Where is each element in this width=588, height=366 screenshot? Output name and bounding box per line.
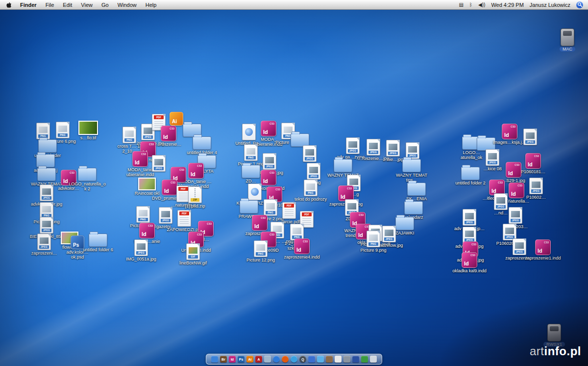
folder-icon [193, 136, 211, 150]
desktop-icon[interactable]: ZIP[1].psd.zip [177, 186, 213, 209]
folder-icon [461, 167, 480, 180]
menu-user[interactable]: Janusz Lukowicz [530, 2, 570, 8]
dock-system-preferences[interactable] [343, 356, 350, 363]
cs3-badge: CS3 [275, 188, 280, 191]
desktop-icon[interactable]: RWSX1 [537, 324, 572, 347]
desktop-icon[interactable]: untitled folder 4 [184, 136, 220, 155]
folder-icon [402, 159, 421, 172]
volume-icon[interactable]: ◀)) [478, 2, 485, 7]
dock-acrobat[interactable]: A [255, 356, 262, 363]
desktop-icon[interactable]: JPEG [513, 129, 548, 145]
file-type-badge: Id [163, 134, 168, 140]
desktop-icon[interactable] [282, 133, 318, 147]
file-type-badge: JPEG [309, 175, 318, 178]
desktop-icon-label: okladka kal9.indd [452, 268, 487, 273]
file-type-badge: JPEG [42, 229, 51, 232]
file-thumbnail [505, 228, 514, 234]
dock-photoshop[interactable]: Ps [238, 356, 245, 363]
indd-icon: CS3Id [294, 238, 310, 254]
folder-icon [407, 183, 426, 196]
desktop-icon-label: tekst do podrozy [294, 197, 327, 202]
menu-clock[interactable]: Wed 4:29 PM [491, 2, 523, 8]
dock-finder[interactable] [211, 356, 218, 363]
menu-window[interactable]: Window [113, 2, 141, 8]
desktop-icon[interactable]: JPEGIMG_0051a.jpg [123, 239, 159, 261]
file-type-badge: PNG [58, 133, 68, 137]
dock-indesign[interactable]: Id [229, 356, 236, 363]
dock-preview[interactable] [264, 356, 271, 363]
dock-trash[interactable] [370, 356, 377, 363]
drive-icon [561, 28, 574, 46]
file-text-lines [180, 217, 189, 224]
desktop-icon[interactable] [174, 124, 210, 137]
folder-icon [78, 168, 97, 181]
file-thumbnail [154, 159, 163, 165]
file-thumbnail [488, 153, 497, 159]
desktop-icon[interactable]: untitled folder 6 [80, 234, 116, 252]
desktop-icon[interactable]: CS3Idokladka kal9.indd [452, 252, 487, 273]
display-icon[interactable]: ▤ [459, 2, 464, 7]
dock-app-green[interactable] [361, 356, 368, 363]
dock-itunes[interactable] [291, 356, 297, 363]
file-thumbnail [189, 247, 197, 254]
cs3-badge: CS3 [534, 155, 539, 157]
file-thumbnail [526, 132, 535, 139]
dock-safari[interactable] [273, 356, 280, 363]
menu-file[interactable]: File [41, 2, 59, 8]
apple-menu[interactable] [6, 1, 12, 8]
file-type-badge: PNG [306, 191, 316, 195]
menu-status-area: ▤ ᛒ ◀)) Wed 4:29 PM Janusz Lukowicz [459, 1, 588, 8]
cs3-badge: CS3 [171, 181, 175, 184]
menu-finder[interactable]: Finder [16, 2, 41, 8]
file-type-badge: Id [464, 261, 469, 266]
file-type-badge: JPEG [511, 219, 520, 222]
jpeg-icon: JPEG [307, 163, 320, 180]
desktop-icon[interactable]: LOGO_naturella_ok 2 [70, 168, 105, 191]
dock-quicktime[interactable]: Q [299, 356, 306, 363]
menu-help[interactable]: Help [141, 2, 161, 8]
desktop-icon[interactable]: GIFlineBoxNW.gif [175, 243, 211, 265]
dock-bridge[interactable]: Br [220, 356, 227, 363]
file-type-badge: JPEG [136, 251, 146, 255]
desktop-icon[interactable]: CS3Idzaproszenie1.indd [525, 239, 561, 261]
cs3-badge: CS3 [511, 125, 515, 128]
spotlight-button[interactable] [576, 1, 583, 8]
dock-firefox[interactable] [282, 356, 289, 363]
dock-app-blue[interactable] [352, 356, 359, 363]
file-thumbnail [309, 167, 318, 173]
desktop-icon[interactable]: MAC [550, 28, 585, 52]
file-type-badge: PDF [284, 204, 294, 208]
desktop-icon[interactable]: JPEG [292, 145, 327, 162]
file-thumbnail [40, 237, 49, 244]
desktop-icon-label: P10602… [526, 195, 546, 200]
bluetooth-icon[interactable]: ᛒ [469, 2, 472, 7]
cs3-badge: CS3 [179, 168, 184, 171]
desktop-icon[interactable]: PNGtekst do podrozy [293, 180, 328, 202]
menu-view[interactable]: View [76, 2, 97, 8]
watermark-tld: .pl [567, 344, 582, 358]
dock-ical[interactable] [335, 356, 342, 363]
desktop: PNGPiPNGPicture 6.pngs…flo.tifuntitled f… [0, 0, 588, 366]
desktop-icon[interactable]: WAZNY TEMAT tips… [394, 159, 429, 183]
dock-ichat[interactable] [317, 356, 324, 363]
menu-go[interactable]: Go [97, 2, 113, 8]
cs3-badge: CS3 [359, 213, 364, 216]
desktop-icon[interactable]: CS3Idzaproszenie4.indd [284, 238, 319, 260]
desktop-icon-label: LOGO_naturella_ok 2 [69, 182, 106, 191]
file-thumbnail [58, 126, 67, 132]
desktop-icon[interactable]: JPEGP10602… [518, 178, 554, 200]
file-type-badge: Ps [73, 242, 79, 248]
file-type-badge: Id [254, 223, 259, 229]
desktop-icon[interactable]: PNGPicture 9.png [356, 231, 391, 253]
watermark: artinfo.pl [530, 344, 581, 358]
desktop-icon[interactable]: s…flo.tif [71, 121, 106, 140]
dock-address-book[interactable] [326, 356, 333, 363]
dock-mail[interactable] [308, 356, 315, 363]
dock-illustrator[interactable]: Ai [246, 356, 253, 363]
file-thumbnail [306, 183, 315, 190]
desktop-icon[interactable]: SK…ENIA [399, 183, 434, 201]
menu-edit[interactable]: Edit [58, 2, 76, 8]
png-icon: PNG [254, 240, 268, 257]
jpeg-icon: JPEG [509, 207, 522, 224]
desktop-icon[interactable]: PNGPicture 12.png [243, 240, 278, 262]
